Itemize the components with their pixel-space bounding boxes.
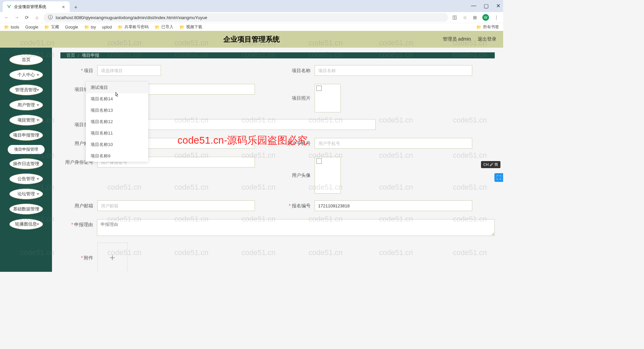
app-header: 企业项目管理系统 管理员 admin 退出登录 <box>0 31 503 48</box>
attach-upload[interactable]: + <box>97 243 127 272</box>
sidebar-item-log-mgmt[interactable]: 操作日志管理 <box>9 158 43 169</box>
bookmarks-bar: 📁tools Google 📁宝藏 Google 📁txy uplod 📁共享账… <box>0 23 503 31</box>
sidebar-item-user-mgmt[interactable]: 用户管理 <box>9 100 43 110</box>
dropdown-option[interactable]: 项目名称14 <box>86 93 148 105</box>
folder-icon: 📁 <box>84 25 89 30</box>
label-attach: *附件 <box>60 243 97 272</box>
dropdown-option[interactable]: 项目名称13 <box>86 105 148 116</box>
dropdown-option[interactable]: 项目名称11 <box>86 128 148 139</box>
bookmark-item[interactable]: 📁txy <box>84 25 96 30</box>
bookmark-item[interactable]: 📁宝藏 <box>44 24 59 30</box>
window-maximize-icon[interactable]: ▢ <box>484 3 489 9</box>
nav-reload-icon[interactable]: ⟳ <box>24 15 30 20</box>
ime-badge[interactable]: CH 🖉 简 <box>481 161 500 168</box>
menu-dots-icon[interactable]: ⋮ <box>494 15 499 20</box>
tab-title: 企业项目管理系统 <box>14 4 46 10</box>
window-close-icon[interactable]: ✕ <box>496 3 500 9</box>
side-tool-icon[interactable]: ⛶ <box>494 173 503 182</box>
app-container: 企业项目管理系统 管理员 admin 退出登录 首页 个人中心 管理员管理 用户… <box>0 31 503 272</box>
label-user-phone: 用户手机号 <box>278 138 315 149</box>
bookmark-item[interactable]: uplod <box>102 25 112 30</box>
address-bar: ← → ⟳ ⌂ ⓘ localhost:8080/qiyexiangmuguan… <box>0 12 503 23</box>
label-user-avatar: 用户头像 <box>278 157 315 194</box>
profile-avatar[interactable]: W <box>482 14 489 21</box>
folder-icon: 📁 <box>155 25 159 30</box>
site-info-icon[interactable]: ⓘ <box>48 15 53 20</box>
sidebar-item-personal[interactable]: 个人中心 <box>9 69 43 80</box>
sidebar-item-project-apply-mgmt[interactable]: 项目申报管理 <box>9 130 43 141</box>
folder-icon: 📁 <box>476 25 481 30</box>
nav-back-icon[interactable]: ← <box>4 15 9 20</box>
breadcrumb-home[interactable]: 首页 <box>66 52 75 58</box>
label-user-email: 用户邮箱 <box>60 200 97 211</box>
sidebar-item-forum-mgmt[interactable]: 论坛管理 <box>9 189 43 199</box>
window-minimize-icon[interactable]: — <box>471 3 476 9</box>
app-title: 企业项目管理系统 <box>223 35 280 44</box>
sidebar-item-notice-mgmt[interactable]: 公告管理 <box>9 173 43 184</box>
label-project: *项目 <box>60 65 97 76</box>
reason-textarea[interactable] <box>97 219 495 236</box>
folder-icon: 📁 <box>179 25 184 30</box>
user-phone-input[interactable] <box>315 138 472 149</box>
url-text: localhost:8080/qiyexiangmuguanlixitong/a… <box>56 15 207 20</box>
nav-forward-icon[interactable]: → <box>14 15 19 20</box>
window-controls: — ▢ ✕ <box>471 3 500 9</box>
bookmark-item[interactable]: 📁共享账号密码 <box>118 24 149 30</box>
vue-favicon-icon <box>7 4 11 9</box>
dropdown-option[interactable]: 测试项目 <box>86 82 148 93</box>
label-project-name: 项目名称 <box>278 65 315 76</box>
sidebar-item-home[interactable]: 首页 <box>9 54 43 65</box>
breadcrumb-separator: / <box>78 53 79 58</box>
dropdown-option[interactable]: 项目名称12 <box>86 116 148 128</box>
dropdown-option[interactable]: 项目名称10 <box>86 139 148 150</box>
dropdown-option[interactable]: 项目名称9 <box>86 150 148 162</box>
browser-tab[interactable]: 企业项目管理系统 ✕ <box>3 1 70 12</box>
label-reason: *申报理由 <box>60 219 97 230</box>
nav-home-icon[interactable]: ⌂ <box>34 15 40 20</box>
sidebar-item-project-mgmt[interactable]: 项目管理 <box>9 115 43 126</box>
project-dropdown: 测试项目 项目名称14 项目名称13 项目名称12 项目名称11 项目名称10 … <box>86 82 148 162</box>
user-email-input[interactable] <box>97 200 255 211</box>
sidebar-item-admin-mgmt[interactable]: 管理员管理 <box>9 85 43 95</box>
sidebar: 首页 个人中心 管理员管理 用户管理 项目管理 项目申报管理 项目申报管理 操作… <box>0 48 52 272</box>
password-key-icon[interactable]: ⚿ <box>452 15 458 20</box>
reg-no-input[interactable] <box>315 200 472 211</box>
tab-strip: 企业项目管理系统 ✕ + — ▢ ✕ <box>0 0 503 12</box>
bookmark-item[interactable]: Google <box>25 25 38 30</box>
breadcrumb: 首页 / 项目申报 <box>60 52 495 58</box>
label-reg-no: *报名编号 <box>278 200 315 211</box>
admin-label[interactable]: 管理员 admin <box>443 36 471 42</box>
extensions-icon[interactable]: ⊞ <box>472 15 478 20</box>
bookmark-item[interactable]: 📁视频下载 <box>179 24 202 30</box>
breadcrumb-current: 项目申报 <box>82 52 99 58</box>
url-field[interactable]: ⓘ localhost:8080/qiyexiangmuguanlixitong… <box>44 13 448 22</box>
logout-link[interactable]: 退出登录 <box>478 36 496 42</box>
bookmark-item[interactable]: 📁已导入 <box>155 24 173 30</box>
bookmark-item[interactable]: 📁tools <box>4 25 19 30</box>
project-select[interactable] <box>97 65 161 76</box>
sidebar-item-carousel[interactable]: 轮播图信息 <box>9 219 43 230</box>
project-photo-box[interactable] <box>315 84 341 112</box>
sidebar-item-basedata-mgmt[interactable]: 基础数据管理 <box>9 204 43 214</box>
bookmark-item[interactable]: Google <box>65 25 78 30</box>
browser-chrome: 企业项目管理系统 ✕ + — ▢ ✕ ← → ⟳ ⌂ ⓘ localhost:8… <box>0 0 503 31</box>
all-bookmarks[interactable]: 📁所有书签 <box>476 24 499 30</box>
label-project-photo: 项目照片 <box>278 84 315 112</box>
folder-icon: 📁 <box>4 25 9 30</box>
folder-icon: 📁 <box>44 25 49 30</box>
new-tab-button[interactable]: + <box>71 3 80 12</box>
tab-close-icon[interactable]: ✕ <box>62 5 66 9</box>
project-name-input[interactable] <box>315 65 472 76</box>
sidebar-subitem-project-apply[interactable]: 项目申报管理 <box>8 145 45 154</box>
bookmark-star-icon[interactable]: ☆ <box>462 15 468 20</box>
user-avatar-box[interactable] <box>315 157 341 194</box>
folder-icon: 📁 <box>118 25 122 30</box>
